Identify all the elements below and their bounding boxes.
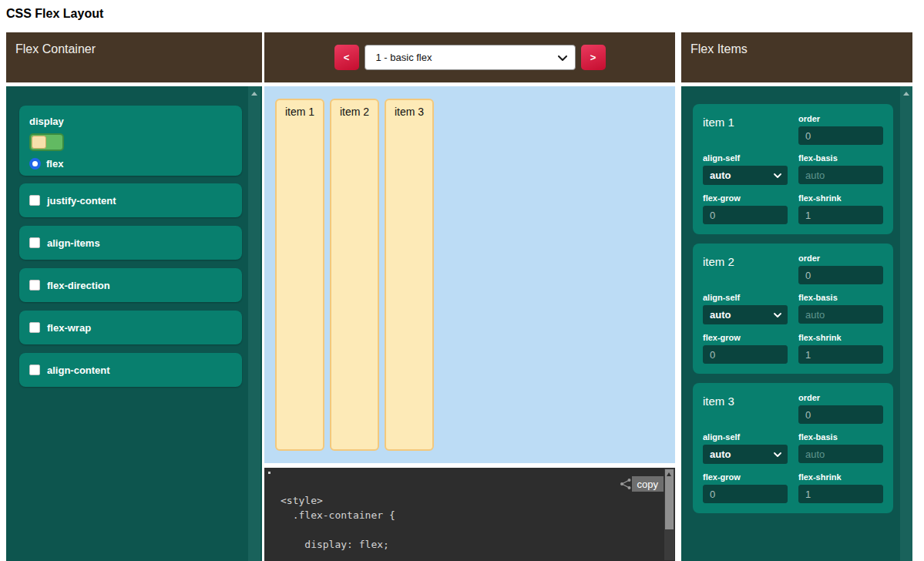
code-text: <style> .flex-container { display: flex; [264,468,675,552]
property-card-flex-direction: flex-direction [19,268,242,302]
property-card-justify-content: justify-content [19,183,242,217]
left-panel-scrollbar[interactable] [248,86,260,561]
prev-example-button[interactable]: < [334,45,359,70]
preview-item: item 2 [330,99,379,451]
display-card: display flex [19,106,242,176]
property-card-align-items: align-items [19,226,242,260]
order-field: order [798,114,883,145]
flex-shrink-label: flex-shrink [798,333,883,342]
radio-checked-icon[interactable] [29,158,41,170]
scroll-up-arrow-icon[interactable] [903,92,909,96]
flex-shrink-input[interactable] [798,485,883,503]
order-input[interactable] [798,266,883,284]
toggle-knob-icon [32,136,46,149]
flex-shrink-input[interactable] [798,345,883,364]
flex-container-panel-title: Flex Container [15,42,96,56]
flex-grow-input[interactable] [703,485,788,503]
flex-shrink-field: flex-shrink [798,193,883,224]
align-self-label: align-self [703,432,788,442]
example-nav-bar: < 1 - basic flex > [264,32,675,82]
order-input[interactable] [798,405,883,424]
flex-grow-field: flex-grow [703,472,788,503]
chevron-down-icon [774,452,781,458]
flex-basis-field: flex-basis [798,293,883,324]
align-self-value: auto [703,448,731,460]
item-card-1: item 1 order align-self auto flex-basis [693,104,893,234]
code-scrollbar-thumb[interactable] [665,469,674,529]
order-label: order [798,393,883,402]
order-input[interactable] [798,126,883,145]
flex-basis-label: flex-basis [798,153,883,163]
code-scrollbar[interactable] [664,469,674,560]
display-toggle[interactable] [29,133,64,151]
share-icon[interactable] [620,478,632,490]
item-card-title: item 2 [703,254,788,284]
flex-grow-input[interactable] [703,206,788,224]
align-self-select[interactable]: auto [703,166,788,185]
item-card-3: item 3 order align-self auto flex-basis [693,383,893,513]
code-panel: copy <style> .flex-container { display: … [264,468,675,561]
flex-items-panel: Flex Items - 3 + item 1 order align-self… [681,32,912,561]
checkbox-icon[interactable] [29,195,40,206]
display-flex-radio-row[interactable]: flex [29,158,232,170]
checkbox-icon[interactable] [29,280,40,291]
copy-button[interactable]: copy [632,476,664,492]
property-card-label: flex-direction [47,280,110,291]
flex-basis-input[interactable] [798,305,883,324]
item-card-title: item 3 [703,393,788,424]
flex-basis-input[interactable] [798,166,883,184]
flex-shrink-label: flex-shrink [798,193,883,203]
flex-basis-field: flex-basis [798,432,883,464]
next-example-button[interactable]: > [581,45,606,70]
checkbox-icon[interactable] [29,364,40,375]
property-card-align-content: align-content [19,353,242,387]
property-card-label: align-items [47,237,100,249]
align-self-select[interactable]: auto [703,305,788,324]
scroll-up-arrow-icon [667,472,671,476]
align-self-field: align-self auto [703,293,788,324]
align-self-select[interactable]: auto [703,445,788,464]
flex-grow-input[interactable] [703,345,788,364]
align-self-field: align-self auto [703,153,788,185]
flex-container-panel: Flex Container display flex justify-cont… [6,32,262,561]
flex-items-panel-title: Flex Items [690,42,748,56]
scroll-up-arrow-icon[interactable] [251,92,257,96]
flex-container-panel-body: display flex justify-content align-items [6,86,262,561]
display-label: display [29,116,232,127]
flex-grow-label: flex-grow [703,472,788,482]
align-self-label: align-self [703,293,788,302]
example-select[interactable]: 1 - basic flex [365,45,576,70]
flex-shrink-input[interactable] [798,206,883,224]
flex-container-panel-header: Flex Container [6,32,262,82]
page-title: CSS Flex Layout [6,7,103,21]
example-select-value: 1 - basic flex [365,52,432,63]
flex-shrink-label: flex-shrink [798,472,883,482]
right-panel-scrollbar[interactable] [900,86,912,561]
property-card-label: flex-wrap [47,322,91,334]
align-self-field: align-self auto [703,432,788,464]
flex-basis-input[interactable] [798,445,883,463]
align-self-label: align-self [703,153,788,163]
order-field: order [798,254,883,284]
property-card-flex-wrap: flex-wrap [19,311,242,344]
align-self-value: auto [703,309,731,321]
display-flex-radio-label: flex [46,158,63,170]
property-card-label: justify-content [47,195,116,207]
flex-shrink-field: flex-shrink [798,472,883,503]
flex-preview-canvas: item 1 item 2 item 3 [264,86,675,463]
order-field: order [798,393,883,424]
flex-grow-field: flex-grow [703,193,788,224]
preview-column: < 1 - basic flex > item 1 item 2 item 3 … [264,32,675,561]
code-panel-dot [268,472,270,474]
item-card-2: item 2 order align-self auto flex-basis [693,244,893,374]
order-label: order [798,114,883,123]
chevron-down-icon [774,313,781,318]
order-label: order [798,254,883,263]
checkbox-icon[interactable] [29,322,40,333]
flex-shrink-field: flex-shrink [798,333,883,364]
flex-basis-field: flex-basis [798,153,883,185]
align-self-value: auto [703,170,731,181]
property-card-label: align-content [47,364,110,376]
checkbox-icon[interactable] [29,237,40,248]
chevron-down-icon [558,55,567,62]
